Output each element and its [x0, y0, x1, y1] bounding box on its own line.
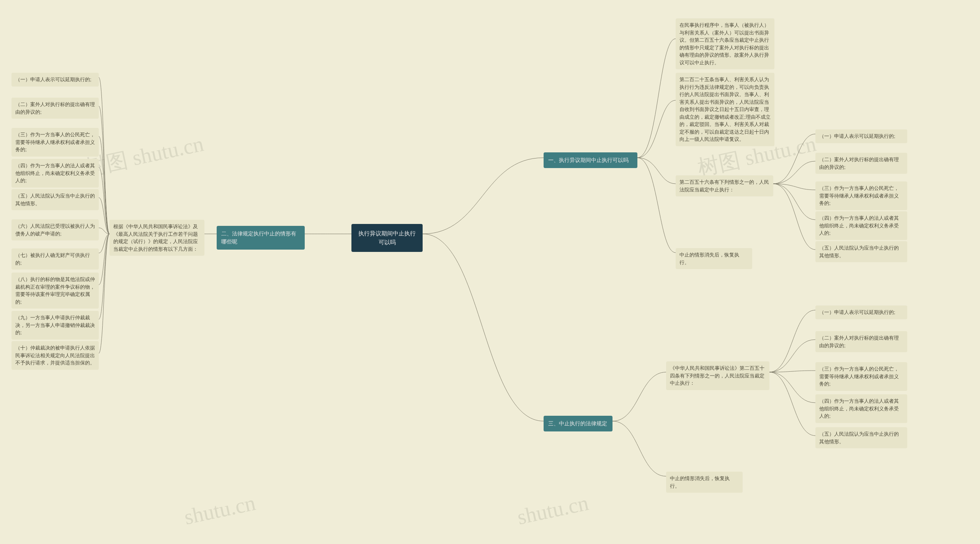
branch-2: 二、法律规定执行中止的情形有哪些呢: [217, 226, 305, 250]
b1c3-item-3: （三）作为一方当事人的公民死亡，需要等待继承人继承权利或者承担义务的;: [815, 181, 907, 210]
watermark: shutu.cn: [515, 490, 590, 529]
watermark: 树图 shutu.cn: [83, 129, 206, 183]
b2-item-6: （六）人民法院已受理以被执行人为债务人的破产申请的;: [11, 219, 99, 240]
b2-item-2: （二）案外人对执行标的提出确有理由的异议的;: [11, 98, 99, 119]
branch-1-child-3: 第二百五十六条有下列情形之一的，人民法院应当裁定中止执行：: [676, 175, 773, 196]
branch-1: 一、执行异议期间中止执行可以吗: [544, 152, 637, 168]
b3-item-4: （四）作为一方当事人的法人或者其他组织终止，尚未确定权利义务承受人的;: [815, 394, 907, 423]
b2-item-1: （一）申请人表示可以延期执行的;: [11, 73, 99, 87]
b1c3-item-4: （四）作为一方当事人的法人或者其他组织终止，尚未确定权利义务承受人的;: [815, 211, 907, 240]
branch-1-child-4: 中止的情形消失后，恢复执行。: [676, 248, 752, 269]
b3-item-1: （一）申请人表示可以延期执行的;: [815, 305, 907, 319]
branch-3-child-2: 中止的情形消失后，恢复执行。: [666, 472, 743, 493]
b2-item-8: （八）执行的标的物是其他法院或仲裁机构正在审理的案件争议标的物，需要等待该案件审…: [11, 273, 99, 309]
branch-1-child-2: 第二百二十五条当事人、利害关系人认为执行行为违反法律规定的，可以向负责执行的人民…: [676, 73, 774, 146]
b2-item-9: （九）一方当事人申请执行仲裁裁决，另一方当事人申请撤销仲裁裁决的;: [11, 311, 99, 340]
root-node: 执行异议期间中止执行可以吗: [351, 224, 423, 252]
branch-3: 三、中止执行的法律规定: [544, 416, 612, 431]
b3-item-3: （三）作为一方当事人的公民死亡，需要等待继承人继承权利或者承担义务的;: [815, 362, 907, 391]
b2-item-4: （四）作为一方当事人的法人或者其他组织终止，尚未确定权利义务承受人的;: [11, 159, 99, 188]
branch-1-child-1: 在民事执行程序中，当事人（被执行人）与利害关系人（案外人）可以提出书面异议。但第…: [676, 18, 774, 69]
b3-item-5: （五）人民法院认为应当中止执行的其他情形。: [815, 427, 907, 448]
b1c3-item-5: （五）人民法院认为应当中止执行的其他情形。: [815, 241, 907, 262]
b1c3-item-1: （一）申请人表示可以延期执行的;: [815, 129, 907, 143]
b2-item-5: （五）人民法院认为应当中止执行的其他情形。: [11, 189, 99, 210]
b2-item-7: （七）被执行人确无财产可供执行的;: [11, 248, 99, 270]
connections-svg: [0, 0, 980, 544]
b3-item-2: （二）案外人对执行标的提出确有理由的异议的;: [815, 331, 907, 352]
b2-item-3: （三）作为一方当事人的公民死亡，需要等待继承人继承权利或者承担义务的;: [11, 128, 99, 157]
b2-item-10: （十）仲裁裁决的被申请执行人依据民事诉讼法相关规定向人民法院提出不予执行请求，并…: [11, 341, 99, 370]
branch-2-sub: 根据《中华人民共和国民事诉讼法》及《最高人民法院关于执行工作若干问题的规定（试行…: [109, 220, 204, 256]
watermark: shutu.cn: [182, 490, 257, 529]
b1c3-item-2: （二）案外人对执行标的提出确有理由的异议的;: [815, 153, 907, 174]
branch-3-sub: 《中华人民共和国民事诉讼法》第二百五十四条有下列情形之一的，人民法院应当裁定中止…: [666, 361, 769, 390]
